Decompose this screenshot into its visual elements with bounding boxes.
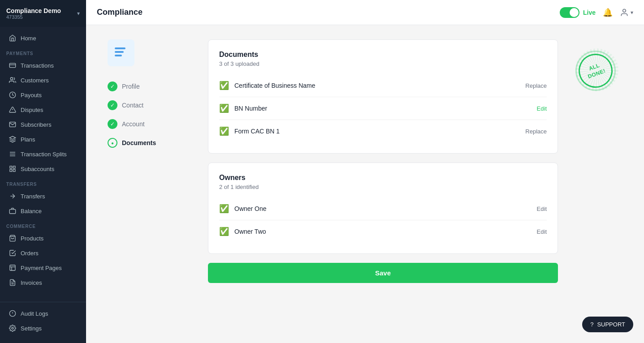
sidebar-item-subaccounts-label: Subaccounts [21,166,54,172]
step-documents-check: ● [108,138,117,148]
svg-rect-27 [115,55,122,56]
payouts-icon [9,91,16,99]
sidebar-item-payment-pages-label: Payment Pages [21,265,62,271]
chevron-down-icon: ▾ [77,10,80,17]
sidebar-item-transfers-label: Transfers [21,193,45,200]
payment-pages-icon [9,264,16,271]
doc-bn-name: BN Number [234,105,537,112]
owners-subtitle: 2 of 1 identified [219,184,547,190]
sidebar-item-audit-logs[interactable]: Audit Logs [3,306,83,321]
svg-rect-10 [10,166,12,168]
doc-row-bn: ✅ BN Number Edit [219,97,547,120]
sidebar-item-customers[interactable]: Customers [3,73,83,87]
bell-icon[interactable]: 🔔 [603,8,613,17]
sidebar-item-settings[interactable]: Settings [3,321,83,335]
sidebar-item-splits-label: Transaction Splits [21,151,67,158]
payments-section-label: PAYMENTS [0,46,86,58]
account-switcher[interactable]: Compliance Demo 473355 ▾ [0,0,86,27]
owner-row-two: ✅ Owner Two Edit [219,220,547,243]
sidebar-item-transaction-splits[interactable]: Transaction Splits [3,147,83,161]
company-id: 473355 [6,14,61,20]
toggle-switch[interactable] [560,7,579,18]
svg-rect-17 [10,265,15,270]
transfers-section-label: TRANSFERS [0,176,86,189]
documents-card: Documents 3 of 3 uploaded ✅ Certificate … [208,39,558,154]
owner-two-check-icon: ✅ [219,227,229,236]
step-account-check: ✓ [108,119,117,129]
step-contact[interactable]: ✓ Contact [108,96,197,115]
sidebar-item-orders[interactable]: Orders [3,246,83,260]
sidebar-item-audit-label: Audit Logs [21,310,48,317]
header-right: Live 🔔 ▾ [560,7,633,18]
stamp-dashes [575,48,618,91]
step-profile[interactable]: ✓ Profile [108,77,197,96]
header: Compliance Live 🔔 ▾ [86,0,644,25]
page-title: Compliance [97,8,143,17]
sidebar-footer: Audit Logs Settings [0,302,86,343]
step-account[interactable]: ✓ Account [108,115,197,133]
svg-marker-6 [9,136,15,139]
form-panel: Documents 3 of 3 uploaded ✅ Certificate … [208,39,558,329]
owner-one-name: Owner One [234,205,537,212]
doc-cert-replace-btn[interactable]: Replace [525,82,547,89]
owner-two-edit-btn[interactable]: Edit [537,228,547,235]
sidebar: Compliance Demo 473355 ▾ Home PAYMENTS T… [0,0,86,343]
audit-icon [9,310,16,317]
step-documents[interactable]: ● Documents [108,133,197,152]
sidebar-item-subaccounts[interactable]: Subaccounts [3,162,83,176]
svg-rect-12 [10,169,12,172]
sidebar-item-payouts[interactable]: Payouts [3,88,83,102]
svg-point-23 [12,327,13,329]
support-question-icon: ? [590,321,593,328]
svg-rect-26 [115,51,124,53]
sidebar-item-transfers[interactable]: Transfers [3,189,83,203]
doc-row-cert: ✅ Certificate of Business Name Replace [219,74,547,97]
sidebar-item-transactions-label: Transactions [21,62,54,69]
company-name: Compliance Demo [6,7,61,14]
stamp-panel: ALL DONE! [569,39,622,329]
live-toggle[interactable]: Live [560,7,596,18]
doc-cert-name: Certificate of Business Name [234,82,525,89]
owners-card: Owners 2 of 1 identified ✅ Owner One Edi… [208,163,558,254]
doc-form-cac-name: Form CAC BN 1 [234,128,525,135]
customers-icon [9,77,16,84]
sidebar-item-home-label: Home [21,35,36,42]
sidebar-item-products[interactable]: Products [3,231,83,245]
settings-icon [9,325,16,332]
sidebar-item-home[interactable]: Home [3,31,83,45]
step-account-label: Account [122,120,145,128]
sidebar-item-products-label: Products [21,235,43,242]
toggle-knob [570,8,579,17]
sidebar-item-invoices[interactable]: Invoices [3,275,83,290]
sidebar-item-payouts-label: Payouts [21,92,42,99]
save-button[interactable]: Save [208,263,558,283]
sidebar-item-transactions[interactable]: Transactions [3,58,83,73]
sidebar-item-settings-label: Settings [21,325,42,332]
documents-title: Documents [219,51,547,59]
sidebar-item-subscribers[interactable]: Subscribers [3,117,83,132]
sidebar-item-invoices-label: Invoices [21,279,42,286]
sidebar-item-payment-pages[interactable]: Payment Pages [3,261,83,275]
doc-row-form-cac: ✅ Form CAC BN 1 Replace [219,120,547,142]
owners-title: Owners [219,174,547,182]
support-button[interactable]: ? SUPPORT [582,317,633,332]
sidebar-item-balance[interactable]: Balance [3,204,83,218]
svg-rect-13 [13,169,15,172]
step-contact-check: ✓ [108,100,117,110]
svg-point-24 [623,9,626,12]
owner-one-check-icon: ✅ [219,204,229,214]
sidebar-item-disputes[interactable]: Disputes [3,103,83,117]
support-label: SUPPORT [597,321,625,328]
sidebar-item-plans-label: Plans [21,136,35,143]
owner-one-edit-btn[interactable]: Edit [537,206,547,212]
sidebar-item-balance-label: Balance [21,208,42,214]
doc-bn-edit-btn[interactable]: Edit [537,105,547,112]
sidebar-item-customers-label: Customers [21,77,49,84]
svg-rect-11 [13,166,15,168]
user-menu[interactable]: ▾ [620,8,633,17]
sidebar-item-plans[interactable]: Plans [3,132,83,146]
disputes-icon [9,106,16,113]
sidebar-item-orders-label: Orders [21,250,39,257]
content-area: ✓ Profile ✓ Contact ✓ Account ● Document… [86,25,644,343]
doc-form-cac-replace-btn[interactable]: Replace [525,128,547,135]
